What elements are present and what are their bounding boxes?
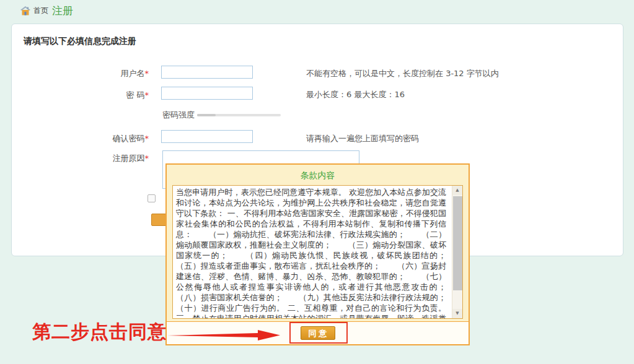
scrollbar-thumb[interactable]	[453, 196, 462, 290]
annotation-arrow-icon	[167, 329, 281, 341]
username-hint: 不能有空格，可以是中文，长度控制在 3-12 字节以内	[306, 68, 499, 79]
scrollbar-down-icon[interactable]: ▼	[452, 309, 462, 318]
confirm-password-input[interactable]	[161, 130, 253, 143]
required-asterisk: *	[145, 90, 149, 100]
required-asterisk: *	[145, 134, 149, 143]
breadcrumb-current-page: 注册	[52, 4, 73, 18]
password-input[interactable]	[161, 87, 253, 100]
breadcrumb-home-link[interactable]: 首页	[33, 6, 48, 16]
terms-modal: 条款内容 当您申请用户时，表示您已经同意遵守本规章。 欢迎您加入本站点参加交流和…	[165, 163, 470, 345]
terms-text: 当您申请用户时，表示您已经同意遵守本规章。 欢迎您加入本站点参加交流和讨论，本站…	[173, 186, 462, 318]
breadcrumb: 首页 注册	[20, 4, 73, 18]
annotation-step-text: 第二步点击同意	[32, 319, 167, 345]
confirm-password-hint: 请再输入一遍您上面填写的密码	[306, 133, 419, 144]
terms-checkbox[interactable]	[147, 194, 156, 202]
password-strength-meter	[197, 114, 281, 116]
scrollbar-up-icon[interactable]: ▲	[452, 186, 462, 195]
agree-button[interactable]: 同意	[301, 326, 335, 340]
home-icon	[20, 6, 30, 15]
terms-scroll-box[interactable]: 当您申请用户时，表示您已经同意遵守本规章。 欢迎您加入本站点参加交流和讨论，本站…	[172, 185, 463, 319]
password-strength-segment	[197, 114, 216, 116]
required-asterisk: *	[145, 69, 149, 78]
terms-modal-title: 条款内容	[167, 170, 469, 181]
required-asterisk: *	[145, 154, 149, 163]
password-hint: 最小长度：6 最大长度：16	[306, 89, 405, 100]
password-label: 密 码*	[79, 90, 149, 101]
reason-label: 注册原因*	[79, 153, 149, 164]
form-heading: 请填写以下必填信息完成注册	[24, 36, 136, 47]
terms-scrollbar[interactable]: ▲ ▼	[452, 186, 462, 318]
username-input[interactable]	[161, 66, 253, 79]
password-strength-label: 密码强度	[162, 110, 195, 121]
confirm-password-label: 确认密码*	[79, 133, 149, 144]
username-label: 用户名*	[79, 68, 149, 79]
